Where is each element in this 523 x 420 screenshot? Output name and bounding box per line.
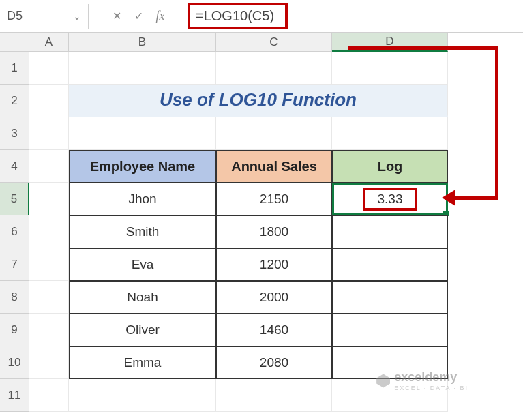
formula-input[interactable]: =LOG10(C5) (177, 3, 523, 29)
cell-a7[interactable] (29, 248, 69, 281)
cell-c10[interactable]: 2080 (216, 346, 332, 379)
header-employee-name[interactable]: Employee Name (69, 150, 216, 183)
row-header-1[interactable]: 1 (0, 52, 29, 85)
watermark-text: exceldemy EXCEL · DATA · BI (394, 370, 468, 391)
cell-b11[interactable] (69, 379, 216, 412)
annotation-arrow (495, 46, 498, 200)
arrow-head-icon (442, 190, 455, 206)
cell-a10[interactable] (29, 346, 69, 379)
row-header-4[interactable]: 4 (0, 150, 29, 183)
spreadsheet-grid: A B C D 1 2 Use of LOG10 Function 3 4 Em… (0, 33, 523, 412)
cell-c5[interactable]: 2150 (216, 183, 332, 215)
cell-b1[interactable] (69, 52, 216, 85)
cell-a3[interactable] (29, 117, 69, 150)
cell-d8[interactable] (332, 281, 448, 314)
cell-b8[interactable]: Noah (69, 281, 216, 314)
cell-d7[interactable] (332, 248, 448, 281)
cell-a4[interactable] (29, 150, 69, 183)
cell-a8[interactable] (29, 281, 69, 314)
result-value: 3.33 (363, 188, 418, 211)
annotation-arrow (348, 46, 498, 50)
watermark: exceldemy EXCEL · DATA · BI (376, 370, 468, 391)
cell-b5[interactable]: Jhon (69, 183, 216, 215)
row-header-2[interactable]: 2 (0, 85, 29, 117)
name-box-value: D5 (7, 9, 23, 23)
cell-d1[interactable] (332, 52, 448, 85)
cell-c6[interactable]: 1800 (216, 215, 332, 248)
cell-a9[interactable] (29, 314, 69, 346)
formula-text: =LOG10(C5) (188, 3, 288, 29)
divider (100, 8, 100, 25)
select-all-corner[interactable] (0, 33, 29, 52)
fx-icon[interactable]: fx (152, 8, 168, 25)
annotation-arrow (453, 196, 498, 200)
row-header-7[interactable]: 7 (0, 248, 29, 281)
header-log[interactable]: Log (332, 150, 448, 183)
watermark-icon (376, 374, 390, 388)
cell-b7[interactable]: Eva (69, 248, 216, 281)
cell-c1[interactable] (216, 52, 332, 85)
col-header-b[interactable]: B (69, 33, 216, 52)
name-box[interactable]: D5 ⌄ (0, 4, 89, 29)
cell-a2[interactable] (29, 85, 69, 117)
watermark-brand: exceldemy (394, 370, 457, 384)
row-header-11[interactable]: 11 (0, 379, 29, 412)
cell-d3[interactable] (332, 117, 448, 150)
cell-d9[interactable] (332, 314, 448, 346)
cell-c11[interactable] (216, 379, 332, 412)
cell-c9[interactable]: 1460 (216, 314, 332, 346)
cell-b3[interactable] (69, 117, 216, 150)
cell-c3[interactable] (216, 117, 332, 150)
col-header-a[interactable]: A (29, 33, 69, 52)
row-header-6[interactable]: 6 (0, 215, 29, 248)
row-header-8[interactable]: 8 (0, 281, 29, 314)
row-header-5[interactable]: 5 (0, 183, 29, 215)
cell-b9[interactable]: Oliver (69, 314, 216, 346)
formula-bar: D5 ⌄ ✕ ✓ fx =LOG10(C5) (0, 0, 523, 33)
cell-b10[interactable]: Emma (69, 346, 216, 379)
formula-bar-icons: ✕ ✓ fx (89, 8, 177, 25)
cell-d5[interactable]: 3.33 (332, 183, 448, 215)
cell-a11[interactable] (29, 379, 69, 412)
col-header-c[interactable]: C (216, 33, 332, 52)
row-header-3[interactable]: 3 (0, 117, 29, 150)
chevron-down-icon[interactable]: ⌄ (73, 11, 81, 22)
cell-c8[interactable]: 2000 (216, 281, 332, 314)
watermark-tagline: EXCEL · DATA · BI (394, 385, 468, 391)
cell-a5[interactable] (29, 183, 69, 215)
cell-a1[interactable] (29, 52, 69, 85)
header-annual-sales[interactable]: Annual Sales (216, 150, 332, 183)
cell-a6[interactable] (29, 215, 69, 248)
row-header-9[interactable]: 9 (0, 314, 29, 346)
title-cell[interactable]: Use of LOG10 Function (69, 85, 448, 117)
cell-d6[interactable] (332, 215, 448, 248)
cancel-icon[interactable]: ✕ (108, 8, 125, 25)
check-icon[interactable]: ✓ (130, 8, 147, 25)
cell-c7[interactable]: 1200 (216, 248, 332, 281)
cell-b6[interactable]: Smith (69, 215, 216, 248)
row-header-10[interactable]: 10 (0, 346, 29, 379)
